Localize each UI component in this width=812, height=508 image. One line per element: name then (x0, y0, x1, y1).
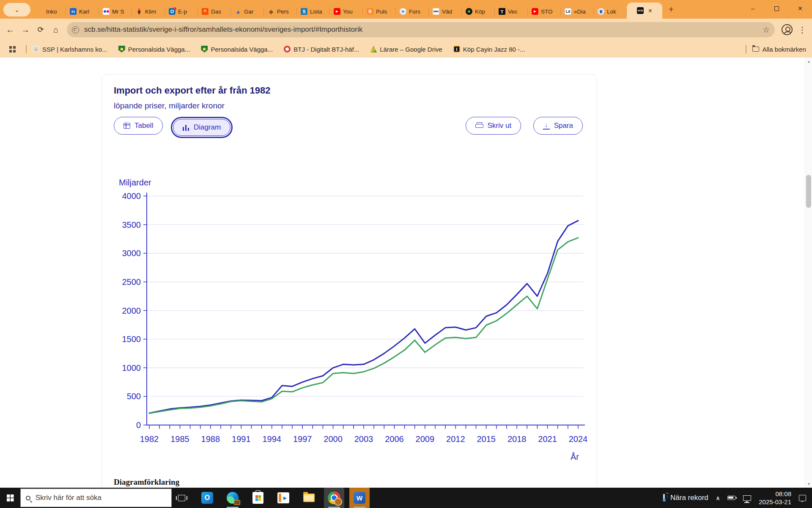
site-info-icon[interactable] (72, 26, 79, 33)
bookmark-item[interactable]: IKöp Cayin Jazz 80 -... (453, 46, 525, 53)
bookmark-label: BTJ - Digitalt BTJ-häf... (294, 46, 359, 53)
browser-tab[interactable]: ▲Gar (231, 4, 263, 19)
edge-icon (227, 492, 239, 504)
profile-avatar-icon[interactable] (782, 24, 793, 35)
action-buttons: Skriv ut ↓ Spara (455, 117, 583, 135)
scroll-up-arrow[interactable]: ▲ (805, 58, 812, 65)
films-taskbar-button[interactable] (273, 488, 294, 508)
tab-label: Klim (145, 8, 163, 15)
svg-text:1994: 1994 (262, 434, 281, 444)
tab-label: Väd (442, 8, 460, 15)
store-taskbar-button[interactable] (248, 488, 268, 508)
action-center-icon[interactable] (799, 495, 806, 501)
save-button[interactable]: ↓ Spara (533, 117, 583, 135)
bookmark-item[interactable]: BTJ - Digitalt BTJ-häf... (284, 46, 359, 53)
browser-tab[interactable]: 31Karl (66, 4, 99, 19)
home-button[interactable]: ⌂ (48, 22, 63, 37)
back-button[interactable]: ← (3, 22, 18, 37)
ms-logo-icon (255, 495, 261, 501)
tab-label: Puls (376, 8, 394, 15)
tab-label: You (343, 8, 361, 15)
maximize-button[interactable] (765, 0, 788, 17)
svg-text:1000: 1000 (122, 363, 141, 373)
tray-overflow-chevron-icon[interactable]: ∧ (716, 495, 720, 501)
bookmark-item[interactable]: Lärare – Google Drive (370, 46, 442, 53)
edge-taskbar-button[interactable] (222, 488, 243, 508)
browser-tab[interactable]: Lä»Dia (561, 4, 593, 19)
svg-text:1985: 1985 (170, 434, 189, 444)
browser-tab[interactable]: OE-p (165, 4, 198, 19)
weather-widget[interactable]: Nära rekord (662, 494, 708, 502)
taskbar-apps: OW (197, 488, 375, 508)
svg-text:2003: 2003 (354, 434, 373, 444)
tab-close-icon[interactable]: ✕ (646, 8, 654, 14)
browser-tab[interactable]: ^Das (198, 4, 230, 19)
svg-text:2021: 2021 (538, 434, 557, 444)
browser-titlebar: ⌄ Inko31KarlMr SKlimOE-p^Das▲Gar◆PersSLi… (0, 0, 812, 19)
bookmark-star-icon[interactable]: ☆ (763, 25, 770, 35)
explorer-taskbar-button[interactable] (299, 488, 319, 508)
address-bar[interactable]: scb.se/hitta-statistik/sverige-i-siffror… (67, 22, 775, 37)
gmail-favicon (37, 8, 44, 15)
bookmark-item[interactable]: Personalsida Vägga... (118, 46, 190, 53)
svg-text:2000: 2000 (122, 306, 141, 315)
url-text[interactable]: scb.se/hitta-statistik/sverige-i-siffror… (84, 25, 759, 34)
browser-tab[interactable]: SLista (297, 4, 329, 19)
needle-favicon (136, 8, 143, 15)
browser-tab[interactable]: SMHIVäd (429, 4, 461, 19)
all-bookmarks[interactable]: Alla bokmärken (740, 45, 806, 53)
active-tab[interactable]: SCB✕ (627, 3, 662, 19)
browser-menu-icon[interactable]: ⋮ (796, 25, 809, 35)
network-icon[interactable] (743, 495, 751, 501)
print-button[interactable]: Skriv ut (466, 117, 521, 135)
diagram-label: Diagram (194, 123, 221, 132)
svg-text:År: År (571, 452, 579, 461)
taskbar-clock[interactable]: 08:08 2025-03-21 (759, 490, 791, 506)
maximize-icon (774, 6, 779, 11)
close-button[interactable]: ✕ (788, 0, 812, 17)
outlook-taskbar-button[interactable]: O (197, 488, 217, 508)
word-taskbar-button[interactable]: W (349, 488, 370, 508)
browser-tab[interactable]: ♛Lok (594, 4, 626, 19)
browser-tab[interactable]: Mr S (99, 4, 132, 19)
scroll-down-arrow[interactable]: ▼ (805, 480, 812, 488)
bookmark-item[interactable]: Personalsida Vägga... (201, 46, 273, 53)
tabell-button[interactable]: Tabell (114, 117, 163, 135)
browser-tab[interactable]: Inko (33, 4, 66, 19)
diagram-button[interactable]: Diagram (173, 119, 230, 136)
weather-label: Nära rekord (670, 494, 708, 502)
browser-tab[interactable]: Köp (462, 4, 494, 19)
kop-favicon (466, 8, 472, 15)
bookmark-item[interactable]: ☰SSP | Karlshamns ko... (33, 46, 107, 53)
chrome-taskbar-button[interactable] (324, 488, 344, 508)
vertical-scrollbar[interactable]: ▲ ▼ (805, 58, 812, 488)
browser-tab[interactable]: ▶STO (528, 4, 560, 19)
browser-tab[interactable]: TVec (495, 4, 527, 19)
scb-favicon: SCB (637, 7, 644, 14)
apps-grid-icon[interactable] (9, 46, 16, 52)
forward-button[interactable]: → (18, 22, 33, 37)
battery-icon[interactable] (727, 496, 735, 500)
new-tab-button[interactable]: + (665, 3, 678, 16)
word-icon: W (354, 492, 365, 504)
task-view-button[interactable] (172, 488, 191, 508)
tab-label: Inko (46, 8, 64, 15)
bookmark-divider (746, 45, 746, 53)
youtube-favicon: ▶ (334, 8, 340, 15)
svg-text:2500: 2500 (122, 277, 141, 287)
bookmark-label: Köp Cayin Jazz 80 -... (463, 46, 525, 53)
search-placeholder: Skriv här för att söka (36, 494, 102, 502)
svg-text:1982: 1982 (140, 434, 159, 444)
browser-tab[interactable]: ◆Pers (264, 4, 296, 19)
scrollbar-thumb[interactable] (806, 175, 811, 208)
minimize-button[interactable]: – (741, 0, 765, 17)
browser-tab[interactable]: ▶You (330, 4, 362, 19)
browser-tab[interactable]: ➤Fors (396, 4, 428, 19)
reload-button[interactable]: ⟳ (33, 22, 48, 37)
browser-tab[interactable]: BPuls (363, 4, 395, 19)
browser-tab[interactable]: Klim (132, 4, 165, 19)
tab-strip: Inko31KarlMr SKlimOE-p^Das▲Gar◆PersSList… (33, 0, 662, 19)
taskbar-search[interactable]: Skriv här för att söka (20, 489, 172, 507)
start-button[interactable] (0, 488, 20, 508)
tab-search-button[interactable]: ⌄ (3, 3, 30, 17)
